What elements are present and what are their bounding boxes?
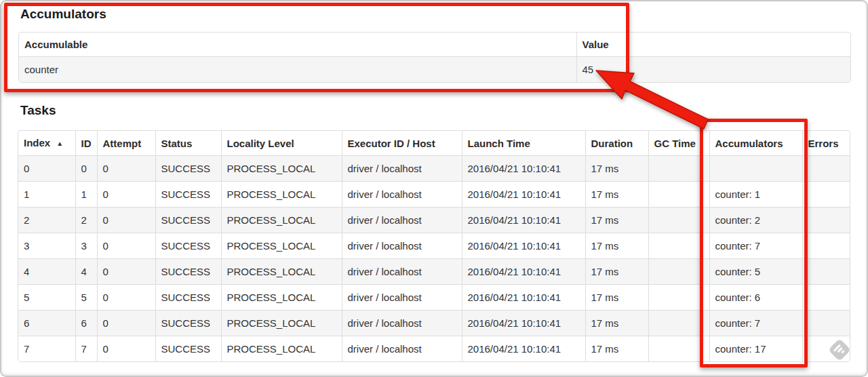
cell-attempt: 0 bbox=[97, 259, 155, 285]
column-header-value[interactable]: Value bbox=[576, 33, 850, 57]
cell-executor-id-host: driver / localhost bbox=[342, 259, 462, 285]
table-row: 660SUCCESSPROCESS_LOCALdriver / localhos… bbox=[18, 311, 850, 336]
cell-attempt: 0 bbox=[97, 182, 155, 207]
accumulators-section-heading: Accumulators bbox=[20, 6, 106, 22]
cell-index: 3 bbox=[18, 233, 75, 259]
column-header-label: Attempt bbox=[103, 138, 142, 149]
cell-accumulators: counter: 7 bbox=[709, 311, 802, 336]
cell-id: 0 bbox=[75, 156, 97, 182]
table-row: 770SUCCESSPROCESS_LOCALdriver / localhos… bbox=[18, 336, 850, 362]
cell-locality-level: PROCESS_LOCAL bbox=[221, 311, 342, 336]
cell-id: 1 bbox=[75, 182, 97, 207]
cell-attempt: 0 bbox=[97, 285, 155, 311]
column-header-label: Accumulable bbox=[24, 39, 87, 50]
cell-executor-id-host: driver / localhost bbox=[342, 156, 462, 182]
cell-launch-time: 2016/04/21 10:10:41 bbox=[462, 285, 585, 311]
cell-errors bbox=[802, 285, 850, 311]
tasks-table-body: 000SUCCESSPROCESS_LOCALdriver / localhos… bbox=[18, 156, 850, 362]
cell-errors bbox=[802, 336, 850, 362]
cell-accumulators bbox=[709, 156, 802, 182]
column-header-label: Value bbox=[583, 39, 609, 50]
cell-launch-time: 2016/04/21 10:10:41 bbox=[462, 311, 585, 336]
cell-gc-time bbox=[648, 156, 709, 182]
tasks-table: Index▲IDAttemptStatusLocality LevelExecu… bbox=[18, 130, 850, 362]
column-header-label: Status bbox=[161, 138, 193, 149]
column-header-duration[interactable]: Duration bbox=[585, 131, 648, 156]
table-row: 550SUCCESSPROCESS_LOCALdriver / localhos… bbox=[18, 285, 850, 311]
cell-status: SUCCESS bbox=[155, 207, 221, 233]
cell-id: 7 bbox=[75, 336, 97, 362]
cell-locality-level: PROCESS_LOCAL bbox=[221, 156, 342, 182]
cell-executor-id-host: driver / localhost bbox=[342, 311, 462, 336]
cell-gc-time bbox=[648, 311, 709, 336]
cell-id: 5 bbox=[75, 285, 97, 311]
cell-id: 2 bbox=[75, 207, 97, 233]
column-header-index[interactable]: Index▲ bbox=[18, 131, 75, 156]
cell-gc-time bbox=[648, 285, 709, 311]
cell-accumulators: counter: 7 bbox=[709, 233, 802, 259]
column-header-errors[interactable]: Errors bbox=[802, 131, 850, 156]
column-header-status[interactable]: Status bbox=[155, 131, 221, 156]
spark-ui-stage-page: Accumulators AccumulableValue counter45 … bbox=[0, 0, 868, 377]
cell-executor-id-host: driver / localhost bbox=[342, 336, 462, 362]
table-row: 220SUCCESSPROCESS_LOCALdriver / localhos… bbox=[18, 207, 850, 233]
cell-accumulable: counter bbox=[19, 57, 576, 83]
cell-status: SUCCESS bbox=[155, 285, 221, 311]
cell-status: SUCCESS bbox=[155, 182, 221, 207]
cell-duration: 17 ms bbox=[585, 285, 648, 311]
column-header-locality-level[interactable]: Locality Level bbox=[221, 131, 342, 156]
header-row: Index▲IDAttemptStatusLocality LevelExecu… bbox=[18, 131, 850, 156]
cell-status: SUCCESS bbox=[155, 156, 221, 182]
cell-executor-id-host: driver / localhost bbox=[342, 207, 462, 233]
cell-value: 45 bbox=[576, 57, 850, 83]
cell-launch-time: 2016/04/21 10:10:41 bbox=[462, 182, 585, 207]
column-header-label: GC Time bbox=[654, 138, 696, 149]
table-row: 440SUCCESSPROCESS_LOCALdriver / localhos… bbox=[18, 259, 850, 285]
column-header-label: Errors bbox=[808, 138, 839, 149]
cell-launch-time: 2016/04/21 10:10:41 bbox=[462, 259, 585, 285]
cell-locality-level: PROCESS_LOCAL bbox=[221, 233, 342, 259]
cell-accumulators: counter: 2 bbox=[709, 207, 802, 233]
column-header-accumulable[interactable]: Accumulable bbox=[19, 33, 576, 57]
cell-locality-level: PROCESS_LOCAL bbox=[221, 259, 342, 285]
cell-duration: 17 ms bbox=[585, 311, 648, 336]
cell-accumulators: counter: 1 bbox=[709, 182, 802, 207]
column-header-accumulators[interactable]: Accumulators bbox=[709, 131, 802, 156]
cell-duration: 17 ms bbox=[585, 233, 648, 259]
cell-errors bbox=[802, 156, 850, 182]
cell-locality-level: PROCESS_LOCAL bbox=[221, 336, 342, 362]
cell-index: 5 bbox=[18, 285, 75, 311]
column-header-label: Duration bbox=[591, 138, 633, 149]
column-header-id[interactable]: ID bbox=[75, 131, 97, 156]
column-header-attempt[interactable]: Attempt bbox=[97, 131, 155, 156]
cell-launch-time: 2016/04/21 10:10:41 bbox=[462, 156, 585, 182]
cell-attempt: 0 bbox=[97, 156, 155, 182]
cell-id: 4 bbox=[75, 259, 97, 285]
cell-duration: 17 ms bbox=[585, 336, 648, 362]
cell-accumulators: counter: 5 bbox=[709, 259, 802, 285]
cell-executor-id-host: driver / localhost bbox=[342, 182, 462, 207]
cell-gc-time bbox=[648, 336, 709, 362]
column-header-gc-time[interactable]: GC Time bbox=[648, 131, 709, 156]
cell-launch-time: 2016/04/21 10:10:41 bbox=[462, 233, 585, 259]
column-header-label: Executor ID / Host bbox=[348, 138, 435, 149]
column-header-executor-id-host[interactable]: Executor ID / Host bbox=[342, 131, 462, 156]
cell-locality-level: PROCESS_LOCAL bbox=[221, 182, 342, 207]
cell-index: 2 bbox=[18, 207, 75, 233]
cell-index: 4 bbox=[18, 259, 75, 285]
cell-attempt: 0 bbox=[97, 336, 155, 362]
cell-duration: 17 ms bbox=[585, 207, 648, 233]
header-row: AccumulableValue bbox=[19, 33, 850, 57]
sort-ascending-icon: ▲ bbox=[56, 140, 63, 147]
cell-gc-time bbox=[648, 182, 709, 207]
cell-errors bbox=[802, 207, 850, 233]
cell-index: 6 bbox=[18, 311, 75, 336]
accumulators-table-body: counter45 bbox=[19, 57, 850, 83]
cell-errors bbox=[802, 233, 850, 259]
cell-gc-time bbox=[648, 233, 709, 259]
column-header-launch-time[interactable]: Launch Time bbox=[462, 131, 585, 156]
cell-duration: 17 ms bbox=[585, 156, 648, 182]
cell-id: 3 bbox=[75, 233, 97, 259]
cell-locality-level: PROCESS_LOCAL bbox=[221, 207, 342, 233]
cell-status: SUCCESS bbox=[155, 259, 221, 285]
